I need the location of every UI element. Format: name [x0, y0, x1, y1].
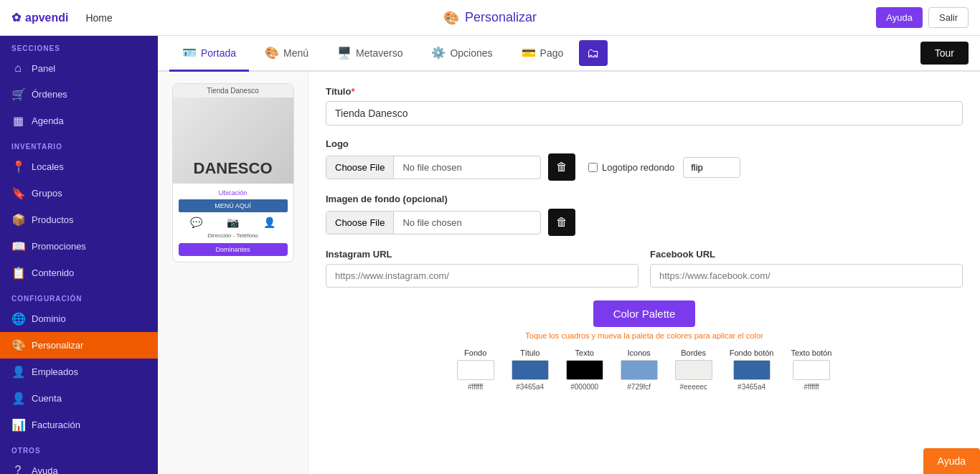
swatch-label: Texto	[575, 349, 594, 357]
color-swatch[interactable]	[621, 360, 658, 380]
sidebar-item-personalizar[interactable]: 🎨 Personalizar	[0, 332, 158, 359]
swatch-value: #ffffff	[804, 383, 819, 391]
logo-group: Logo Choose File No file chosen 🗑 Logoti…	[326, 138, 963, 181]
tab-portada[interactable]: 🪪 Portada	[169, 36, 249, 72]
sidebar-item-ordenes[interactable]: 🛒 Órdenes	[0, 81, 158, 108]
tour-button[interactable]: Tour	[920, 42, 969, 65]
flip-input[interactable]	[683, 157, 740, 178]
instagram-input[interactable]	[326, 264, 639, 288]
sidebar-item-grupos[interactable]: 🔖 Grupos	[0, 180, 158, 207]
bookmark-icon: 🔖	[11, 186, 24, 200]
logo: ✿ apvendi	[11, 11, 68, 24]
form-panel: Título* Logo Choose File No file chosen …	[308, 72, 980, 474]
tab-pago-icon: 💳	[522, 46, 536, 60]
color-swatch-group: Bordes#eeeeec	[675, 349, 712, 391]
swatch-value: #ffffff	[468, 383, 483, 391]
imagen-choose-button[interactable]: Choose File	[326, 212, 394, 234]
logo-file-input-box: Choose File No file chosen	[326, 156, 541, 179]
imagen-delete-button[interactable]: 🗑	[548, 209, 575, 236]
color-swatch-group: Texto#000000	[566, 349, 603, 391]
tab-menu-label: Menú	[283, 47, 308, 59]
logotipo-redondo-label[interactable]: Logotipo redondo	[588, 162, 674, 173]
tab-portada-label: Portada	[201, 47, 236, 59]
color-palette-hint: Toque los cuadros y mueva la paleta de c…	[326, 331, 963, 340]
swatch-label: Fondo botón	[730, 349, 774, 357]
top-nav: ✿ apvendi Home 🎨 Personalizar Ayuda Sali…	[0, 0, 980, 36]
sidebar-item-contenido[interactable]: 📋 Contenido	[0, 260, 158, 286]
titulo-group: Título*	[326, 86, 963, 125]
tab-metaverso[interactable]: 🖥️ Metaverso	[324, 36, 415, 72]
color-palette-group: Color Palette Toque los cuadros y mueva …	[326, 300, 963, 391]
top-nav-actions: Ayuda Salir	[876, 7, 969, 28]
facebook-label: Facebook URL	[650, 249, 963, 260]
sidebar-item-label-contenido: Contenido	[32, 267, 74, 278]
sidebar-item-ayuda[interactable]: ? Ayuda	[0, 458, 158, 474]
home-icon: ⌂	[11, 62, 24, 75]
preview-address: Dirección - Teléfono	[179, 232, 288, 239]
content-area: 🪪 Portada 🎨 Menú 🖥️ Metaverso ⚙️ Opcione…	[158, 36, 980, 474]
sidebar-item-label-panel: Panel	[32, 63, 55, 74]
instagram-icon: 📷	[227, 217, 239, 228]
sidebar-item-label-personalizar: Personalizar	[32, 340, 83, 351]
sidebar-item-empleados[interactable]: 👤 Empleados	[0, 359, 158, 385]
account-icon: 👤	[11, 392, 24, 405]
salir-button[interactable]: Salir	[928, 7, 969, 28]
sidebar-item-productos[interactable]: 📦 Productos	[0, 207, 158, 233]
logo-choose-button[interactable]: Choose File	[326, 156, 394, 179]
sidebar-item-agenda[interactable]: ▦ Agenda	[0, 108, 158, 134]
sidebar-item-label-dominio: Dominio	[32, 313, 66, 324]
color-swatch-group: Título#3465a4	[512, 349, 549, 391]
facebook-input[interactable]	[650, 264, 963, 288]
logo-options: Logotipo redondo	[588, 157, 740, 178]
promo-icon: 📖	[11, 240, 24, 253]
sidebar-item-label-promociones: Promociones	[32, 241, 86, 252]
whatsapp-icon: 💬	[190, 217, 202, 228]
logotipo-redondo-checkbox[interactable]	[588, 163, 598, 172]
imagen-fondo-file-input-box: Choose File No file chosen	[326, 211, 541, 234]
color-swatches: Fondo#ffffffTítulo#3465a4Texto#000000Ico…	[326, 349, 963, 391]
sidebar-item-dominio[interactable]: 🌐 Dominio	[0, 305, 158, 332]
instagram-label: Instagram URL	[326, 249, 639, 260]
tab-opciones[interactable]: ⚙️ Opciones	[418, 36, 505, 72]
tab-menu[interactable]: 🎨 Menú	[252, 36, 321, 72]
color-swatch[interactable]	[457, 360, 494, 380]
logo-delete-button[interactable]: 🗑	[548, 153, 575, 181]
tab-metaverso-label: Metaverso	[356, 47, 402, 59]
swatch-value: #000000	[570, 383, 598, 391]
sidebar-item-panel[interactable]: ⌂ Panel	[0, 55, 158, 81]
color-swatch[interactable]	[675, 360, 712, 380]
logo-no-file-label: No file chosen	[394, 156, 540, 179]
color-swatch-group: Iconos#729fcf	[621, 349, 658, 391]
configuracion-label: CONFIGURACIÓN	[0, 286, 158, 305]
imagen-no-file-label: No file chosen	[394, 212, 540, 234]
color-swatch[interactable]	[566, 360, 603, 380]
home-link[interactable]: Home	[85, 12, 112, 24]
titulo-input[interactable]	[326, 101, 963, 125]
preview-card: Tienda Danesco DANESCO Ubicación MENÚ AQ…	[172, 83, 294, 262]
color-swatch[interactable]	[733, 360, 771, 380]
sidebar-item-locales[interactable]: 📍 Locales	[0, 153, 158, 180]
color-swatch-group: Texto botón#ffffff	[791, 349, 831, 391]
secciones-label: SECCIONES	[0, 36, 158, 55]
sidebar-item-cuenta[interactable]: 👤 Cuenta	[0, 385, 158, 412]
swatch-label: Fondo	[464, 349, 486, 357]
sidebar-item-label-agenda: Agenda	[32, 115, 64, 126]
calendar-icon: ▦	[11, 114, 24, 128]
sidebar-item-facturacion[interactable]: 📊 Facturación	[0, 412, 158, 438]
ayuda-button[interactable]: Ayuda	[876, 7, 923, 28]
save-button[interactable]: 🗂	[579, 40, 608, 66]
color-swatch[interactable]	[793, 360, 830, 380]
ayuda-float-button[interactable]: Ayuda	[923, 448, 980, 474]
tab-menu-icon: 🎨	[265, 46, 279, 60]
imagen-fondo-group: Imagen de fondo (opcional) Choose File N…	[326, 194, 963, 236]
color-palette-button[interactable]: Color Palette	[593, 300, 696, 327]
sidebar-item-label-locales: Locales	[32, 161, 64, 172]
preview-brand: DANESCO	[193, 159, 272, 178]
tab-pago[interactable]: 💳 Pago	[509, 36, 577, 72]
color-swatch-group: Fondo#ffffff	[457, 349, 494, 391]
color-swatch[interactable]	[512, 360, 549, 380]
instagram-group: Instagram URL	[326, 249, 639, 288]
preview-menu-btn: MENÚ AQUÍ	[179, 199, 288, 212]
preview-social: 💬 📷 👤	[179, 217, 288, 228]
sidebar-item-promociones[interactable]: 📖 Promociones	[0, 233, 158, 260]
